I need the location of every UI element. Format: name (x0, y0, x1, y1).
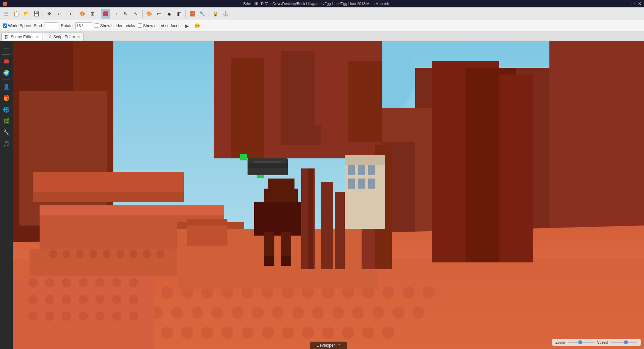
move-button[interactable]: ↔ (111, 9, 120, 18)
svg-rect-123 (281, 232, 291, 259)
svg-point-39 (382, 287, 394, 299)
transform-button[interactable]: ✥ (45, 9, 54, 18)
rotate-label: Rotate (61, 23, 72, 28)
show-glued-surfaces-checkbox[interactable]: Show glued surfaces (138, 23, 180, 28)
svg-point-106 (112, 295, 121, 304)
sidebar-tool-button[interactable]: 🔧 (1, 127, 12, 138)
zoom-slider-track[interactable] (568, 342, 594, 343)
select-button[interactable] (101, 9, 110, 18)
separator-4 (142, 10, 143, 18)
sidebar-minus[interactable]: — (1, 42, 12, 53)
diamond-button[interactable]: ◆ (164, 9, 174, 18)
separator-2 (76, 10, 76, 18)
restore-button[interactable]: ❐ (632, 1, 635, 6)
menu-button[interactable]: ☰ (1, 9, 11, 18)
sidebar-brick-button[interactable] (1, 56, 12, 67)
open-button[interactable]: 📂 (21, 9, 31, 18)
redo-button[interactable]: ↪ (65, 9, 74, 18)
svg-point-94 (28, 278, 38, 287)
app-icon: 🧱 (3, 2, 7, 6)
separator-1 (43, 10, 43, 18)
script-editor-tab[interactable]: 📝 Script Editor ✕ (43, 33, 84, 41)
svg-rect-139 (358, 179, 365, 189)
lock-button[interactable]: 🔒 (211, 9, 220, 18)
svg-point-50 (211, 307, 223, 319)
sidebar-item-button[interactable]: 🎁 (1, 93, 12, 103)
svg-point-90 (129, 250, 138, 258)
svg-point-108 (28, 311, 38, 321)
svg-rect-124 (264, 256, 274, 266)
scale-button[interactable]: ⤡ (131, 9, 141, 18)
script-editor-icon: 📝 (47, 35, 51, 39)
color-wheel-button[interactable]: 🎨 (144, 9, 154, 18)
speed-slider-thumb[interactable] (624, 340, 628, 344)
svg-point-96 (62, 278, 71, 287)
sidebar-world-button[interactable]: 🌐 (1, 104, 12, 115)
options-bar: World Space Stud 1 Rotate 15 ° Show hidd… (0, 20, 644, 32)
svg-rect-129 (321, 182, 333, 269)
zoom-slider-thumb[interactable] (578, 340, 582, 344)
grid-button[interactable]: ⊞ (88, 9, 97, 18)
sidebar-globe-button[interactable]: 🌍 (1, 67, 12, 78)
rotate-input[interactable]: 15 ° (75, 22, 92, 29)
svg-point-73 (282, 327, 294, 339)
zoom-speed-bar: Zoom Speed (552, 339, 641, 346)
title-bar-controls: — ❐ ✕ (625, 1, 641, 6)
svg-rect-147 (248, 168, 288, 175)
viewport[interactable]: Developer ^ Zoom Speed (13, 41, 644, 349)
sidebar-plant-button[interactable]: 🌿 (1, 115, 12, 126)
play-button[interactable]: ▶ (183, 22, 191, 30)
sidebar-character-button[interactable]: 👤 (1, 81, 12, 92)
svg-point-102 (45, 295, 54, 304)
stud-input[interactable]: 1 (45, 22, 58, 29)
tab-bar: 🖼 Scene Editor ✕ 📝 Script Editor ✕ (0, 32, 644, 41)
svg-point-76 (342, 327, 354, 339)
svg-rect-79 (33, 172, 184, 192)
title-bar: 🧱 Brick Hill - D:/OneDrive/Desktop/Brick… (0, 0, 644, 7)
rotate-button[interactable]: ↻ (121, 9, 130, 18)
emoji-button[interactable]: 😊 (193, 22, 201, 30)
zoom-label: Zoom (555, 340, 565, 344)
svg-point-40 (402, 287, 415, 299)
svg-point-28 (161, 287, 173, 299)
anchor-button[interactable]: ⚓ (221, 9, 230, 18)
tool3-button[interactable]: 🔧 (198, 9, 207, 18)
scene-editor-close[interactable]: ✕ (36, 35, 39, 39)
svg-rect-135 (348, 165, 355, 175)
svg-point-56 (332, 307, 344, 319)
svg-point-88 (103, 250, 111, 258)
left-sidebar: — 🌍 👤 🎁 🌐 🌿 🔧 🎵 (0, 41, 13, 349)
wedge-button[interactable]: ◧ (174, 9, 184, 18)
svg-point-48 (171, 307, 183, 319)
developer-bar[interactable]: Developer ^ (310, 342, 347, 349)
svg-point-74 (302, 327, 314, 339)
rect-button[interactable]: ▭ (154, 9, 164, 18)
scene-editor-tab[interactable]: 🖼 Scene Editor ✕ (1, 33, 42, 41)
svg-rect-126 (268, 179, 294, 195)
paint-button[interactable]: 🎨 (78, 9, 87, 18)
minimize-button[interactable]: — (625, 1, 629, 6)
svg-point-100 (129, 278, 138, 287)
svg-point-101 (28, 295, 38, 304)
new-button[interactable]: 📋 (11, 9, 21, 18)
world-space-checkbox[interactable]: World Space (3, 23, 31, 28)
brick3-button[interactable]: 🧱 (187, 9, 197, 18)
sidebar-music-button[interactable]: 🎵 (1, 138, 12, 149)
svg-point-109 (45, 311, 54, 321)
sidebar-sep-2 (2, 80, 10, 80)
speed-slider-track[interactable] (610, 342, 637, 343)
svg-point-59 (392, 307, 405, 319)
svg-point-54 (292, 307, 304, 319)
close-button[interactable]: ✕ (638, 1, 641, 6)
save-button[interactable]: 💾 (32, 9, 41, 18)
svg-rect-0 (103, 11, 108, 16)
stud-label: Stud (34, 23, 42, 28)
script-editor-close[interactable]: ✕ (77, 35, 80, 39)
undo-button[interactable]: ↩ (55, 9, 64, 18)
svg-point-55 (312, 307, 324, 319)
svg-point-114 (129, 311, 138, 321)
svg-point-77 (362, 327, 374, 339)
svg-rect-140 (368, 179, 375, 189)
svg-point-51 (231, 307, 244, 319)
show-hidden-bricks-checkbox[interactable]: Show hidden bricks (95, 23, 135, 28)
